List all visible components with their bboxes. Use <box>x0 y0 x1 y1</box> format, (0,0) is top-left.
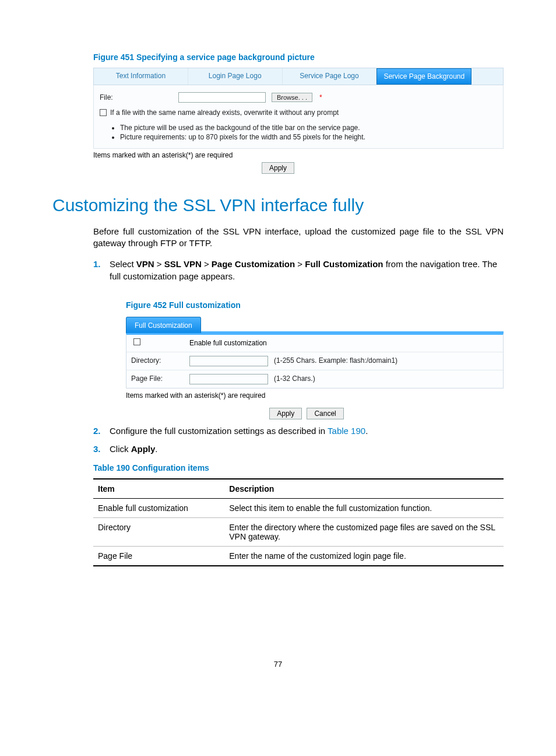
directory-label: Directory: <box>131 356 184 366</box>
page-number: 77 <box>52 660 504 668</box>
step2-post: . <box>365 426 368 436</box>
figure-452-body: Enable full customization Directory: (1-… <box>126 333 504 388</box>
nav-fullcust: Full Customization <box>305 259 383 269</box>
enable-label: Enable full customization <box>189 338 267 348</box>
overwrite-label: If a file with the same name already exi… <box>110 108 339 117</box>
figure-451-caption: Figure 451 Specifying a service page bac… <box>93 52 504 62</box>
apply-button-451[interactable]: Apply <box>262 162 294 174</box>
figure-451-body: File: Browse. . . * If a file with the s… <box>93 85 504 149</box>
th-item: Item <box>93 479 224 499</box>
th-description: Description <box>224 479 504 499</box>
nav-sslvpn: SSL VPN <box>164 259 202 269</box>
figure-451: Text Information Login Page Logo Service… <box>93 68 504 149</box>
required-asterisk: * <box>318 93 322 102</box>
step2-pre: Configure the full customization setting… <box>110 426 328 436</box>
step3-pre: Click <box>110 444 131 454</box>
tabs-451: Text Information Login Page Logo Service… <box>93 68 504 85</box>
table-190-caption: Table 190 Configuration items <box>93 463 504 473</box>
step3-post: . <box>155 444 157 454</box>
table-row: Enable full customization Select this it… <box>93 498 504 517</box>
buttons-452: Apply Cancel <box>110 407 504 419</box>
note-item: Picture requirements: up to 870 pixels f… <box>120 133 497 141</box>
cell-desc: Select this item to enable the full cust… <box>224 498 504 517</box>
figure-451-notes: The picture will be used as the backgoun… <box>120 124 497 141</box>
tab-full-customization[interactable]: Full Customization <box>126 317 201 333</box>
overwrite-checkbox[interactable] <box>100 109 107 116</box>
pagefile-hint: (1-32 Chars.) <box>274 374 315 384</box>
figure-452-caption: Figure 452 Full customization <box>126 300 504 312</box>
apply-wrap-451: Apply <box>52 163 504 172</box>
nav-vpn: VPN <box>136 259 154 269</box>
table-row: Directory Enter the directory where the … <box>93 517 504 546</box>
tab-spacer <box>471 68 503 85</box>
step3-apply: Apply <box>131 444 156 454</box>
cell-desc: Enter the name of the customized login p… <box>224 546 504 566</box>
tab-service-page-logo[interactable]: Service Page Logo <box>283 68 377 85</box>
table-190: Item Description Enable full customizati… <box>93 478 504 566</box>
pagefile-input[interactable] <box>189 374 268 384</box>
nav-pagecust: Page Customization <box>212 259 295 269</box>
cell-item: Page File <box>93 546 224 566</box>
tab-login-page-logo[interactable]: Login Page Logo <box>188 68 283 85</box>
cancel-button-452[interactable]: Cancel <box>307 408 343 419</box>
apply-button-452[interactable]: Apply <box>269 408 302 419</box>
figure-452: Full Customization Enable full customiza… <box>126 317 504 388</box>
note-item: The picture will be used as the backgoun… <box>120 124 497 132</box>
steps-list: Select VPN > SSL VPN > Page Customizatio… <box>93 258 504 455</box>
table-190-link[interactable]: Table 190 <box>328 426 365 436</box>
section-heading: Customizing the SSL VPN interface fully <box>52 195 504 215</box>
directory-input[interactable] <box>189 356 268 366</box>
pagefile-label: Page File: <box>131 374 184 384</box>
required-note-452: Items marked with an asterisk(*) are req… <box>126 391 504 401</box>
cell-item: Enable full customization <box>93 498 224 517</box>
browse-button[interactable]: Browse. . . <box>272 93 312 102</box>
step1-pre: Select <box>110 259 136 269</box>
cell-item: Directory <box>93 517 224 546</box>
step-3: Click Apply. <box>93 443 504 455</box>
directory-hint: (1-255 Chars. Example: flash:/domain1) <box>274 356 397 366</box>
enable-checkbox[interactable] <box>133 338 140 345</box>
cell-desc: Enter the directory where the customized… <box>224 517 504 546</box>
tab-line <box>201 317 504 333</box>
step-2: Configure the full customization setting… <box>93 425 504 437</box>
intro-text: Before full customization of the SSL VPN… <box>93 226 504 250</box>
tab-service-page-background[interactable]: Service Page Background <box>376 68 471 85</box>
table-row: Page File Enter the name of the customiz… <box>93 546 504 566</box>
tab-text-information[interactable]: Text Information <box>94 68 188 85</box>
required-note-451: Items marked with an asterisk(*) are req… <box>93 151 504 159</box>
file-label: File: <box>100 93 173 102</box>
file-input[interactable] <box>178 92 266 103</box>
step-1: Select VPN > SSL VPN > Page Customizatio… <box>93 258 504 419</box>
